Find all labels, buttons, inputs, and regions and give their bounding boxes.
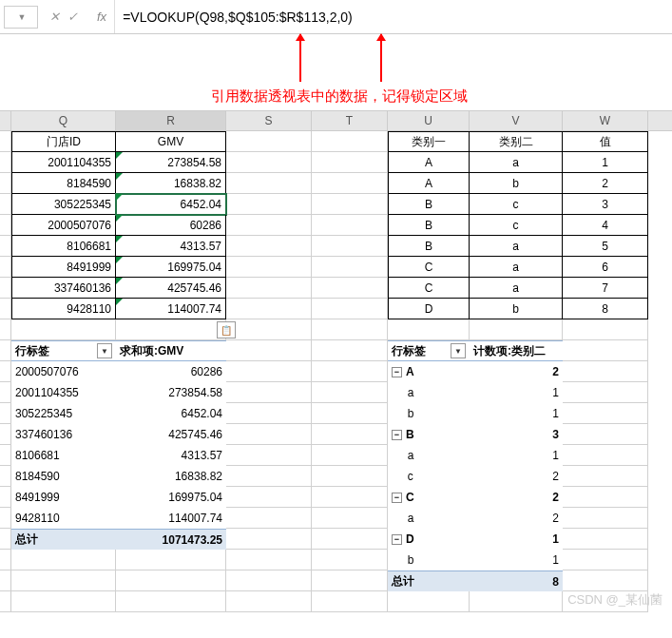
cell[interactable]: [11, 550, 116, 570]
cell[interactable]: [0, 194, 11, 215]
col-header-Q[interactable]: Q: [11, 111, 116, 130]
cell[interactable]: [226, 403, 312, 424]
cell[interactable]: [226, 591, 312, 612]
table-cell[interactable]: 2000507076: [11, 215, 116, 236]
pivot-row-label[interactable]: 9428110: [11, 508, 116, 529]
cell[interactable]: [226, 257, 312, 278]
cell[interactable]: [0, 570, 11, 591]
cell[interactable]: [11, 591, 116, 612]
cell[interactable]: [226, 570, 312, 591]
pivot-value[interactable]: 114007.74: [116, 508, 226, 529]
pivot-value-header[interactable]: 求和项:GMV: [116, 340, 226, 361]
cell[interactable]: [563, 550, 648, 570]
pivot-row-label[interactable]: 8491999: [11, 487, 116, 508]
cell[interactable]: [563, 340, 648, 361]
table-cell[interactable]: 305225345: [11, 194, 116, 215]
pivot-child-label[interactable]: a: [388, 508, 470, 529]
cell[interactable]: [388, 591, 470, 612]
pivot-group[interactable]: −B: [388, 424, 470, 445]
table-cell[interactable]: 5: [563, 236, 648, 257]
pivot-row-label[interactable]: 305225345: [11, 403, 116, 424]
cell[interactable]: [312, 194, 388, 215]
table-cell[interactable]: 4313.57: [116, 236, 226, 257]
table-cell[interactable]: C: [388, 257, 470, 278]
cancel-icon[interactable]: ✕: [49, 10, 60, 24]
cell[interactable]: [226, 236, 312, 257]
pivot-value[interactable]: 425745.46: [116, 424, 226, 445]
cell[interactable]: [312, 403, 388, 424]
table-cell[interactable]: A: [388, 173, 470, 194]
table-header[interactable]: 类别二: [470, 131, 563, 152]
fx-label[interactable]: fx: [89, 10, 114, 24]
collapse-icon[interactable]: −: [392, 430, 402, 440]
pivot-child-value[interactable]: 1: [470, 550, 563, 570]
cell[interactable]: [116, 591, 226, 612]
col-header-S[interactable]: S: [226, 111, 312, 130]
cell[interactable]: [563, 570, 648, 591]
pivot-child-label[interactable]: c: [388, 466, 470, 487]
col-header-V[interactable]: V: [470, 111, 563, 130]
pivot-total-label[interactable]: 总计: [11, 529, 116, 550]
table-cell[interactable]: a: [470, 152, 563, 173]
cell[interactable]: [116, 319, 226, 340]
cell[interactable]: [563, 361, 648, 382]
pivot-group-value[interactable]: 2: [470, 487, 563, 508]
cell[interactable]: [11, 319, 116, 340]
collapse-icon[interactable]: −: [392, 493, 402, 503]
pivot-group-value[interactable]: 3: [470, 424, 563, 445]
cell[interactable]: [312, 319, 388, 340]
pivot-total-label[interactable]: 总计: [388, 570, 470, 591]
table-cell[interactable]: D: [388, 299, 470, 319]
table-cell[interactable]: 4: [563, 215, 648, 236]
cell[interactable]: [0, 131, 11, 152]
col-header-R[interactable]: R: [116, 111, 226, 130]
filter-dropdown-icon[interactable]: ▼: [451, 343, 466, 358]
cell[interactable]: [312, 361, 388, 382]
cell[interactable]: [312, 152, 388, 173]
pivot-child-value[interactable]: 2: [470, 508, 563, 529]
cell[interactable]: [470, 591, 563, 612]
cell[interactable]: [226, 152, 312, 173]
table-cell[interactable]: 169975.04: [116, 257, 226, 278]
cell[interactable]: [0, 508, 11, 529]
cell[interactable]: [226, 340, 312, 361]
cell[interactable]: [226, 215, 312, 236]
table-cell[interactable]: 1: [563, 152, 648, 173]
cell[interactable]: [312, 236, 388, 257]
cell[interactable]: [563, 466, 648, 487]
table-cell[interactable]: A: [388, 152, 470, 173]
cell[interactable]: [388, 319, 470, 340]
cell[interactable]: [312, 340, 388, 361]
table-cell[interactable]: 6452.04: [116, 194, 226, 215]
table-cell[interactable]: c: [470, 215, 563, 236]
pivot-value[interactable]: 16838.82: [116, 466, 226, 487]
cell[interactable]: [563, 382, 648, 403]
table-cell[interactable]: b: [470, 299, 563, 319]
pivot-group[interactable]: −C: [388, 487, 470, 508]
pivot-group-value[interactable]: 2: [470, 361, 563, 382]
cell[interactable]: [226, 424, 312, 445]
collapse-icon[interactable]: −: [392, 367, 402, 377]
cell[interactable]: [226, 445, 312, 466]
table-cell[interactable]: 2001104355: [11, 152, 116, 173]
pivot-value[interactable]: 60286: [116, 361, 226, 382]
cell[interactable]: [312, 382, 388, 403]
cell[interactable]: [226, 319, 312, 340]
cell[interactable]: [226, 173, 312, 194]
cell[interactable]: [226, 278, 312, 299]
table-cell[interactable]: 8: [563, 299, 648, 319]
cell[interactable]: [563, 529, 648, 550]
cell[interactable]: [116, 550, 226, 570]
table-cell[interactable]: B: [388, 215, 470, 236]
cell[interactable]: [226, 131, 312, 152]
pivot-child-label[interactable]: b: [388, 550, 470, 570]
cell[interactable]: [226, 508, 312, 529]
table-cell[interactable]: 8491999: [11, 257, 116, 278]
pivot-row-label[interactable]: 8106681: [11, 445, 116, 466]
pivot-child-label[interactable]: a: [388, 445, 470, 466]
cell[interactable]: [0, 340, 11, 361]
table-cell[interactable]: 337460136: [11, 278, 116, 299]
table-header[interactable]: 门店ID: [11, 131, 116, 152]
table-cell[interactable]: c: [470, 194, 563, 215]
pivot-child-value[interactable]: 1: [470, 445, 563, 466]
